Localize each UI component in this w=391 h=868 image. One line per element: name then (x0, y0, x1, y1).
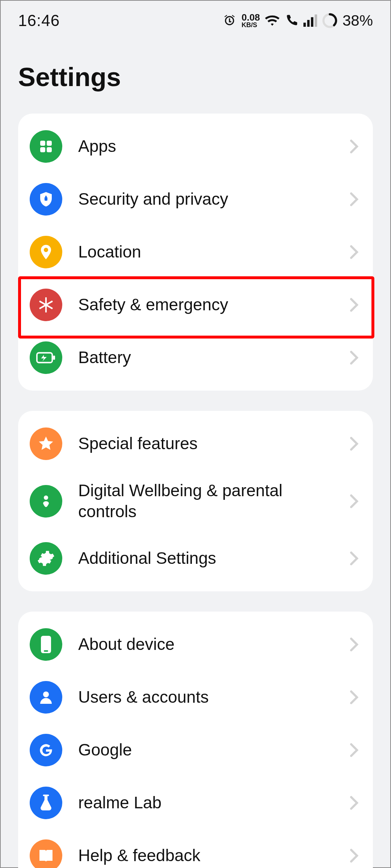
flask-icon (30, 787, 62, 819)
settings-card: Apps Security and privacy Location Safet… (18, 114, 373, 391)
row-label: Apps (78, 136, 347, 157)
gear-icon (30, 542, 62, 575)
status-icons: 0.08 KB/S 38% (223, 12, 373, 29)
settings-groups: Apps Security and privacy Location Safet… (1, 114, 390, 868)
chevron-right-icon (347, 796, 361, 810)
settings-row-realme-lab[interactable]: realme Lab (18, 776, 373, 829)
svg-rect-8 (47, 147, 52, 152)
row-label: Special features (78, 433, 347, 454)
svg-rect-1 (307, 20, 310, 27)
asterisk-icon (30, 289, 62, 321)
apps-icon (30, 130, 62, 163)
row-label: Additional Settings (78, 548, 347, 569)
svg-point-13 (44, 495, 48, 500)
chevron-right-icon (347, 743, 361, 757)
battery-percent: 38% (342, 12, 373, 29)
google-g-icon (30, 734, 62, 766)
chevron-right-icon (347, 245, 361, 259)
row-label: Safety & emergency (78, 294, 347, 315)
row-label: realme Lab (78, 792, 347, 813)
chevron-right-icon (347, 298, 361, 312)
chevron-right-icon (347, 637, 361, 652)
chevron-right-icon (347, 139, 361, 154)
settings-card: Special features Digital Wellbeing & par… (18, 411, 373, 591)
svg-rect-10 (45, 196, 47, 198)
settings-row-special-features[interactable]: Special features (18, 417, 373, 470)
settings-row-battery[interactable]: Battery (18, 331, 373, 384)
row-label: Help & feedback (78, 845, 347, 866)
svg-rect-0 (303, 23, 306, 27)
row-label: Google (78, 740, 347, 761)
user-icon (30, 681, 62, 714)
page-title: Settings (1, 41, 390, 114)
heart-person-icon (30, 485, 62, 518)
battery-icon (30, 341, 62, 374)
settings-row-users-accounts[interactable]: Users & accounts (18, 671, 373, 724)
chevron-right-icon (347, 350, 361, 365)
net-speed-indicator: 0.08 KB/S (241, 13, 260, 28)
row-label: Users & accounts (78, 687, 347, 708)
status-bar: 16:46 0.08 KB/S 38% (1, 1, 390, 41)
chevron-right-icon (347, 551, 361, 566)
settings-row-about-device[interactable]: About device (18, 618, 373, 671)
star-icon (30, 427, 62, 460)
svg-rect-3 (315, 14, 317, 27)
settings-row-location[interactable]: Location (18, 226, 373, 278)
signal-icon (303, 14, 317, 27)
settings-row-security[interactable]: Security and privacy (18, 173, 373, 226)
phone-icon (30, 628, 62, 661)
row-label: Battery (78, 347, 347, 368)
settings-row-digital-wellbeing[interactable]: Digital Wellbeing & parental controls (18, 470, 373, 532)
chevron-right-icon (347, 848, 361, 863)
shield-lock-icon (30, 183, 62, 216)
wifi-icon (265, 14, 279, 27)
location-pin-icon (30, 236, 62, 268)
chevron-right-icon (347, 192, 361, 207)
row-label: Digital Wellbeing & parental controls (78, 480, 347, 522)
settings-row-google[interactable]: Google (18, 724, 373, 776)
svg-rect-6 (47, 141, 52, 146)
chevron-right-icon (347, 494, 361, 509)
row-label: About device (78, 634, 347, 655)
settings-row-help-feedback[interactable]: Help & feedback (18, 829, 373, 868)
row-label: Security and privacy (78, 189, 347, 210)
svg-rect-5 (40, 141, 45, 146)
settings-row-additional-settings[interactable]: Additional Settings (18, 532, 373, 585)
svg-rect-7 (40, 147, 45, 152)
volte-call-icon (285, 14, 298, 27)
svg-rect-12 (53, 356, 55, 360)
status-time: 16:46 (18, 12, 60, 30)
chevron-right-icon (347, 437, 361, 451)
svg-point-16 (43, 692, 49, 697)
book-icon (30, 839, 62, 868)
settings-row-apps[interactable]: Apps (18, 120, 373, 173)
battery-ring-icon (322, 13, 337, 28)
svg-rect-15 (44, 650, 48, 652)
settings-card: About device Users & accounts Google rea… (18, 612, 373, 868)
svg-rect-17 (43, 795, 49, 796)
row-label: Location (78, 242, 347, 263)
alarm-icon (223, 14, 236, 27)
settings-row-safety-emergency[interactable]: Safety & emergency (18, 278, 373, 331)
chevron-right-icon (347, 690, 361, 705)
svg-rect-2 (311, 17, 314, 27)
